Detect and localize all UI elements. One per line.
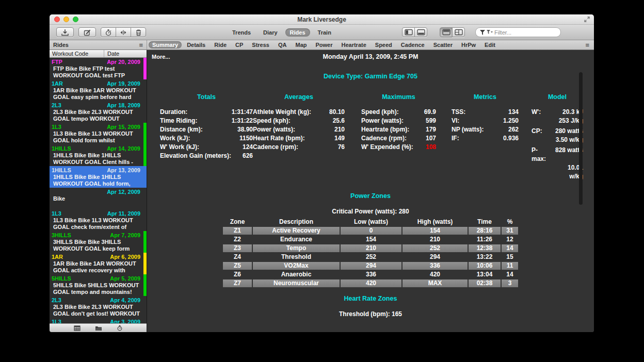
calendar-icon[interactable] [74,325,81,331]
interval-button[interactable] [101,27,116,37]
view-toggle-group [440,27,465,37]
summary-column-title: Model [532,93,583,101]
workout-code: 1HILLS [52,145,71,152]
chart-tab[interactable]: Ride [211,41,230,48]
chart-tab[interactable]: Details [183,41,209,48]
device-type-line: Device Type: Garmin Edge 705 [147,73,594,80]
color-strip [143,296,147,318]
summary-row: W' Work (kJ): 124 [160,143,253,152]
chart-tab[interactable]: CP [232,41,247,48]
chart-tab[interactable]: Stress [248,41,273,48]
metric-label: TSS: [452,108,465,117]
funnel-dropdown-icon[interactable] [487,30,493,35]
metric-value: 1:31:22 [232,117,253,125]
summary-column-title: Maximums [361,93,436,101]
ride-list-item[interactable]: 1AR Apr 19, 2009 1AR Bike Bike 1AR WORKO… [50,79,147,101]
sidebar-menu-icon[interactable]: ≡ [139,42,143,48]
scrollbar-thumb[interactable] [579,72,583,205]
split-arrows-icon [119,29,127,36]
summary-column-title: Averages [253,93,345,101]
ride-actions-group [101,27,146,37]
edit-ride-button[interactable] [78,27,96,37]
chart-tab[interactable]: Summary [149,41,182,48]
single-view-button[interactable] [440,27,453,37]
chart-tab[interactable]: Cadence [397,41,428,48]
delete-ride-button[interactable] [131,27,146,37]
summary-row: Cadence (rpm): 107 [361,134,436,143]
workout-code: 1HILLS [52,167,71,174]
percent-cell: 14 [502,244,518,252]
ride-list-item[interactable]: 1L3 Apr 11, 2009 1L3 Bike Bike 1L3 WORKO… [50,209,147,231]
metric-label: Cadence (rpm): [253,143,298,152]
tiled-view-button[interactable] [452,27,465,37]
ride-list-item[interactable]: 1HILLS Apr 14, 2009 1HILLS Bike Bike 1HI… [50,144,147,166]
sidebar-toggle-button[interactable] [402,27,415,37]
chart-tab[interactable]: HrPw [458,41,479,48]
ride-date: Apr 6, 2009 [110,254,140,260]
low-watts-cell: 154 [341,236,401,243]
chart-tab[interactable]: Speed [372,41,396,48]
close-button[interactable] [54,17,60,22]
power-zones-table-body: Z1 Active Recovery 0 154 28:16 31 Z2 End… [147,227,594,287]
app-tab[interactable]: Train [313,28,336,37]
workout-code-header[interactable]: Workout Code [50,51,104,57]
stopwatch-icon[interactable] [117,325,123,331]
color-strip [143,253,147,274]
metric-value: 134 [508,108,519,117]
summary-row: Distance (km): 38.90 [160,125,253,134]
workout-code: 1AR [52,254,63,260]
table-header: Time [469,218,501,226]
chart-tabs-menu-icon[interactable]: ≡ [585,41,594,49]
ride-list-item[interactable]: FTP Apr 20, 2009 FTP Bike Bike FTP test … [50,58,147,79]
date-header[interactable]: Date [104,50,147,57]
metric-label: Cadence (rpm): [361,134,407,143]
percent-cell: 31 [502,227,518,235]
ride-list-item[interactable]: 2L3 Apr 18, 2009 2L3 Bike Bike 2L3 WORKO… [50,101,147,123]
ride-list-item[interactable]: Apr 12, 2009 Bike [50,188,147,209]
ride-date: Apr 13, 2009 [107,167,140,174]
workout-code: 3HILLS [52,232,71,239]
chart-tab[interactable]: Power [312,41,336,48]
ride-list-item[interactable]: 2L3 Apr 4, 2009 2L3 Bike Bike 2L3 WORKOU… [50,296,147,318]
ride-list-item[interactable]: 1L3 Apr 3, 2009 [50,318,147,323]
color-strip [143,188,147,209]
chart-tab[interactable]: Map [292,41,310,48]
metric-label: W': [532,108,541,117]
split-ride-button[interactable] [116,27,131,37]
metric-label: Power (watts): [253,125,295,134]
chart-tab[interactable]: QA [275,41,291,48]
folder-icon[interactable] [95,325,102,331]
app-tab[interactable]: Diary [259,28,282,37]
more-link[interactable]: More... [152,54,170,60]
ride-description: 3HILLS Bike Bike 3HILLS WORKOUT GOAL kee… [52,239,140,253]
summary-row: NP (watts): 262 [452,125,519,134]
ride-list-item[interactable]: 1AR Apr 6, 2009 1AR Bike Bike 1AR WORKOU… [50,253,147,274]
app-tab[interactable]: Trends [228,28,255,37]
sidebar-toolbar [50,323,147,332]
ride-list-item[interactable]: 3HILLS Apr 7, 2009 3HILLS Bike Bike 3HIL… [50,231,147,253]
ride-list-item[interactable]: 1HILLS Apr 13, 2009 1HILLS Bike Bike 1HI… [50,166,147,188]
ride-list-item[interactable]: 5HILLS Apr 5, 2009 5HILLS Bike 5HILLS WO… [50,274,147,296]
chart-tab[interactable]: Edit [481,41,499,48]
summary-column: Model W': 20.3 kJ 253 J/kg [532,93,583,185]
color-strip [143,144,147,166]
zone-cell: Z6 [223,271,252,278]
app-tab[interactable]: Rides [285,28,310,37]
ride-list-item[interactable]: 1L3 Apr 15, 2009 1L3 Bike Bike 1L3 WORKO… [50,123,147,144]
high-watts-cell: 154 [403,227,468,235]
ride-title: Monday April 13, 2009, 2:45 PM [147,53,594,60]
fullscreen-icon[interactable] [584,16,590,23]
bottom-panel-toggle-button[interactable] [414,27,427,37]
metric-value: 76 [338,143,345,152]
summary-column-title: Metrics [452,93,519,101]
workout-code: 1L3 [52,210,61,217]
chart-tab[interactable]: Scatter [430,41,456,48]
summary-row: Power (watts): 599 [361,117,436,125]
summary-column: Metrics TSS: 134 VI: 1.250 [452,93,519,185]
filter-input[interactable]: Filter... [475,27,561,37]
chart-tab[interactable]: Heartrate [338,41,370,48]
description-cell: Tempo [253,244,340,252]
zoom-button[interactable] [73,17,78,22]
download-ride-button[interactable] [56,27,74,37]
minimize-button[interactable] [63,17,69,22]
